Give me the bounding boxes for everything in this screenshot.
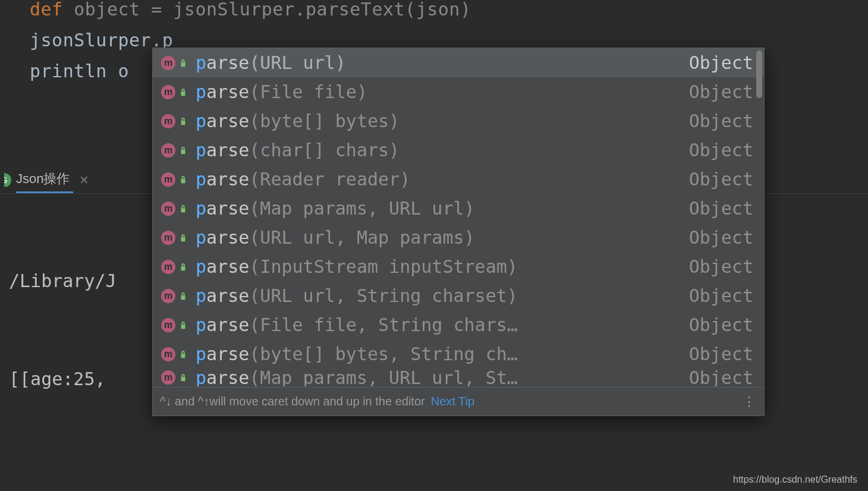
method-icon: m: [161, 231, 175, 245]
lock-icon: [179, 263, 187, 271]
autocomplete-item[interactable]: mparse(URL url)Object: [153, 48, 764, 77]
method-signature: parse(byte[] bytes): [196, 111, 677, 131]
scrollbar-thumb[interactable]: [756, 51, 762, 98]
method-icon: m: [161, 260, 175, 274]
watermark-text: https://blog.csdn.net/Greathfs: [733, 474, 857, 485]
method-icon: m: [161, 114, 175, 128]
lock-icon: [179, 292, 187, 300]
method-icon: m: [161, 318, 175, 332]
autocomplete-item[interactable]: mparse(Map params, URL url, St…Object: [153, 369, 764, 386]
autocomplete-item[interactable]: mparse(char[] chars)Object: [153, 136, 764, 165]
lock-icon: [179, 59, 187, 67]
method-signature: parse(char[] chars): [196, 140, 677, 160]
run-tab-name[interactable]: Json操作: [16, 166, 73, 193]
lock-icon: [179, 350, 187, 358]
method-icon: m: [161, 370, 175, 385]
method-signature: parse(InputStream inputStream): [196, 256, 677, 277]
method-icon: m: [161, 347, 175, 361]
lock-icon: [179, 175, 187, 184]
footer-hint-keys: ^↓ and ^↑: [160, 395, 209, 408]
return-type: Object: [689, 256, 753, 277]
return-type: Object: [689, 344, 753, 364]
lock-icon: [179, 204, 187, 213]
autocomplete-footer: ^↓ and ^↑ will move caret down and up in…: [153, 387, 764, 416]
method-signature: parse(Map params, URL url, St…: [196, 369, 677, 386]
autocomplete-list[interactable]: mparse(URL url)Objectmparse(File file)Ob…: [153, 48, 764, 387]
method-icon: m: [161, 172, 175, 187]
return-type: Object: [689, 369, 753, 386]
return-type: Object: [689, 169, 753, 190]
next-tip-link[interactable]: Next Tip: [431, 395, 474, 408]
method-signature: parse(byte[] bytes, String ch…: [196, 344, 677, 364]
return-type: Object: [689, 81, 753, 102]
method-icon: m: [161, 85, 175, 99]
lock-icon: [179, 88, 187, 96]
return-type: Object: [689, 140, 753, 160]
lock-icon: [179, 146, 187, 155]
method-signature: parse(Map params, URL url): [196, 198, 677, 219]
lock-icon: [179, 373, 187, 382]
groovy-file-icon: G: [0, 173, 11, 187]
lock-icon: [179, 321, 187, 329]
return-type: Object: [689, 111, 753, 131]
autocomplete-item[interactable]: mparse(File file)Object: [153, 77, 764, 106]
autocomplete-item[interactable]: mparse(File file, String chars…Object: [153, 310, 764, 339]
autocomplete-item[interactable]: mparse(URL url, Map params)Object: [153, 223, 764, 252]
method-icon: m: [161, 143, 175, 158]
method-signature: parse(URL url): [196, 52, 677, 73]
method-icon: m: [161, 56, 175, 70]
method-icon: m: [161, 289, 175, 303]
return-type: Object: [689, 285, 753, 306]
lock-icon: [179, 234, 187, 242]
keyword-def: def: [30, 0, 63, 20]
method-signature: parse(File file, String chars…: [196, 314, 677, 335]
code-text: object = jsonSlurper.parseText(json): [63, 0, 471, 20]
code-line-1: def object = jsonSlurper.parseText(json): [30, 0, 868, 25]
return-type: Object: [689, 314, 753, 335]
method-icon: m: [161, 202, 175, 216]
autocomplete-item[interactable]: mparse(Reader reader)Object: [153, 165, 764, 194]
autocomplete-popup: mparse(URL url)Objectmparse(File file)Ob…: [152, 48, 765, 416]
return-type: Object: [689, 198, 753, 219]
autocomplete-item[interactable]: mparse(InputStream inputStream)Object: [153, 252, 764, 281]
lock-icon: [179, 117, 187, 125]
method-signature: parse(URL url, String charset): [196, 285, 677, 306]
more-options-icon[interactable]: ⋮: [743, 394, 757, 410]
autocomplete-item[interactable]: mparse(Map params, URL url)Object: [153, 194, 764, 223]
autocomplete-item[interactable]: mparse(byte[] bytes, String ch…Object: [153, 339, 764, 369]
return-type: Object: [689, 52, 753, 73]
autocomplete-item[interactable]: mparse(URL url, String charset)Object: [153, 281, 764, 310]
method-signature: parse(Reader reader): [196, 169, 677, 190]
autocomplete-item[interactable]: mparse(byte[] bytes)Object: [153, 106, 764, 136]
method-signature: parse(URL url, Map params): [196, 227, 677, 248]
close-tab-icon[interactable]: ✕: [79, 173, 89, 187]
footer-hint-text: will move caret down and up in the edito…: [209, 395, 424, 408]
method-signature: parse(File file): [196, 81, 677, 102]
return-type: Object: [689, 227, 753, 248]
